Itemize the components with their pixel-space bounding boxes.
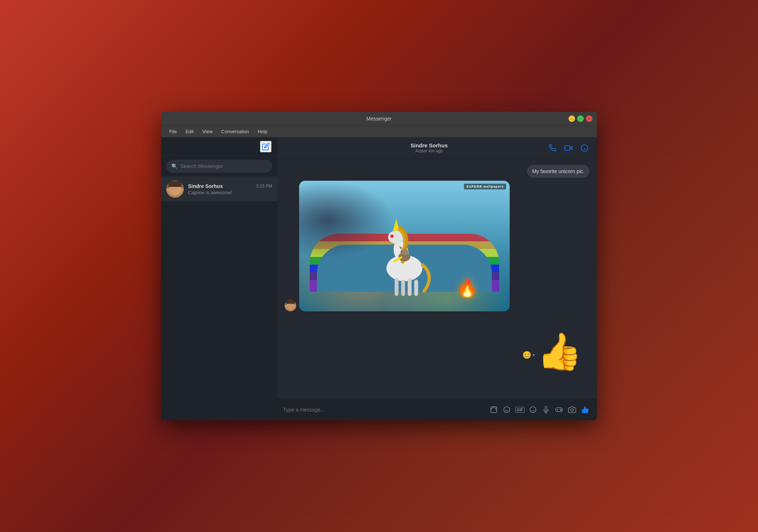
chat-header-actions (546, 142, 591, 155)
emoji-react-icon: 😊 (522, 351, 531, 359)
conversation-list: Sindre Sorhus 3:15 PM Caprine is awesome… (161, 177, 277, 420)
search-box[interactable]: 🔍 (166, 160, 272, 173)
fire-effect: 🔥 (456, 278, 478, 298)
call-button[interactable] (546, 142, 559, 155)
mic-button[interactable] (540, 404, 552, 416)
input-area: GIF (277, 398, 597, 420)
info-button[interactable] (578, 142, 591, 155)
menu-help[interactable]: Help (254, 127, 271, 136)
svg-point-24 (530, 406, 536, 413)
svg-point-13 (390, 235, 394, 238)
minimize-button[interactable]: – (568, 115, 575, 122)
sticker2-icon (503, 406, 511, 414)
new-chat-button[interactable] (260, 141, 272, 152)
chat-header: Sindre Sorhus Active 4m ago (277, 137, 597, 159)
gamepad-button[interactable] (553, 404, 565, 416)
chat-contact-name: Sindre Sorhus (411, 142, 448, 148)
svg-rect-11 (408, 278, 412, 296)
svg-point-34 (571, 409, 573, 411)
messages-area[interactable]: My favorite unicorn pic. (277, 159, 597, 398)
svg-rect-12 (414, 280, 418, 296)
sticker-button[interactable] (488, 404, 500, 416)
emoji-react-button[interactable]: 😊 + (522, 351, 535, 359)
menu-file[interactable]: File (166, 127, 180, 136)
chat-contact-status: Active 4m ago (415, 148, 443, 154)
conversation-info: Sindre Sorhus 3:15 PM Caprine is awesome… (188, 183, 272, 195)
conversation-item[interactable]: Sindre Sorhus 3:15 PM Caprine is awesome… (161, 177, 277, 201)
gif-label: GIF (515, 407, 525, 413)
video-call-button[interactable] (562, 142, 575, 155)
menu-view[interactable]: View (199, 127, 216, 136)
camera-button[interactable] (566, 404, 578, 416)
info-icon (580, 144, 588, 152)
message-row-image: 🔥 SUPERB wallpapers (285, 181, 590, 311)
window-title: Messenger (366, 116, 391, 122)
search-icon: 🔍 (171, 163, 178, 169)
unicorn-image-content: 🔥 SUPERB wallpapers (299, 181, 510, 311)
unicorn-svg (364, 209, 444, 301)
close-button[interactable]: × (586, 115, 592, 122)
thumbs-up-large[interactable]: 👍 (537, 333, 582, 369)
messenger-window: Messenger – □ × File Edit View Conversat… (161, 112, 597, 420)
image-watermark: SUPERB wallpapers (464, 184, 506, 189)
svg-point-21 (504, 406, 510, 413)
menu-bar: File Edit View Conversation Help (161, 126, 597, 137)
svg-rect-9 (395, 278, 399, 296)
chat-contact-info: Sindre Sorhus Active 4m ago (312, 142, 546, 154)
message-input[interactable] (283, 407, 484, 413)
conv-time: 3:15 PM (256, 184, 272, 189)
input-actions: GIF (488, 404, 591, 416)
add-reaction-label: + (532, 352, 535, 358)
search-container: 🔍 (161, 156, 277, 177)
gif-button[interactable]: GIF (514, 404, 526, 416)
mic-icon (542, 406, 550, 413)
thumbs-up-send-icon (581, 406, 589, 414)
menu-conversation[interactable]: Conversation (217, 127, 253, 136)
send-thumbs-up-button[interactable] (579, 404, 591, 416)
sender-avatar (285, 300, 296, 311)
svg-rect-10 (401, 280, 405, 296)
main-layout: 🔍 (161, 137, 597, 420)
camera-icon (568, 406, 576, 414)
sidebar: 🔍 (161, 137, 277, 420)
phone-icon (549, 144, 556, 152)
emoji-icon (529, 406, 537, 414)
window-controls: – □ × (568, 115, 592, 122)
message-bubble: My favorite unicorn pic. (527, 165, 590, 178)
emoji-sticker-button[interactable] (501, 404, 513, 416)
chat-area: Sindre Sorhus Active 4m ago (277, 137, 597, 420)
emoji-button[interactable] (527, 404, 539, 416)
message-row-sent: My favorite unicorn pic. (285, 165, 590, 178)
message-image: 🔥 SUPERB wallpapers (299, 181, 510, 311)
avatar (166, 180, 184, 198)
compose-icon (262, 143, 270, 151)
conv-preview: Caprine is awesome! (188, 190, 272, 195)
menu-edit[interactable]: Edit (182, 127, 197, 136)
sidebar-header (161, 137, 277, 156)
conv-name-row: Sindre Sorhus 3:15 PM (188, 183, 272, 189)
sticker-icon (490, 406, 498, 414)
unicorn-body (362, 209, 447, 301)
gamepad-icon (555, 406, 563, 414)
svg-point-33 (561, 410, 562, 410)
svg-marker-0 (570, 146, 572, 150)
title-bar: Messenger – □ × (161, 112, 597, 126)
svg-rect-20 (491, 406, 497, 413)
maximize-button[interactable]: □ (577, 115, 584, 122)
video-icon (565, 144, 572, 152)
svg-rect-1 (565, 146, 570, 150)
search-input[interactable] (180, 163, 267, 169)
conv-name: Sindre Sorhus (188, 183, 223, 189)
